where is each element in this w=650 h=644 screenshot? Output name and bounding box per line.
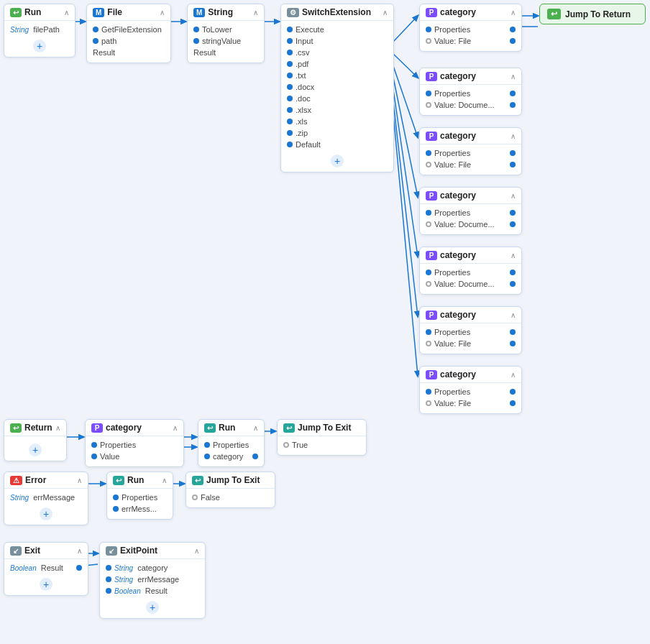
jump-exit2-node[interactable]: ↩ Jump To Exit False bbox=[186, 472, 275, 508]
error-header[interactable]: ⚠ Error ∧ bbox=[4, 472, 88, 489]
jump-exit1-header[interactable]: ↩ Jump To Exit bbox=[278, 420, 366, 436]
cat2-port-value-out bbox=[510, 102, 516, 108]
exit-point-errmsg-row: String errMessage bbox=[106, 574, 199, 585]
switch-port-input bbox=[287, 38, 293, 44]
error-input-row: String errMessage bbox=[10, 492, 82, 503]
run3-header[interactable]: ↩ Run ∧ bbox=[107, 472, 173, 489]
file-badge: M bbox=[93, 8, 104, 17]
file-body: GetFileExtension path Result bbox=[87, 21, 170, 63]
exit-node[interactable]: ↙ Exit ∧ Boolean Result + bbox=[4, 542, 88, 596]
exit-point-errmsg-label: errMessage bbox=[137, 575, 179, 584]
cat5-props-row: Properties bbox=[426, 267, 516, 278]
error-add-button[interactable]: + bbox=[40, 507, 52, 520]
category-return-node[interactable]: P category ∧ Properties Value bbox=[85, 419, 184, 467]
cat1-props-row: Properties bbox=[426, 24, 516, 35]
run2-badge: ↩ bbox=[204, 423, 216, 433]
switch-node-header[interactable]: ⚙ SwitchExtension ∧ bbox=[281, 4, 393, 21]
error-node[interactable]: ⚠ Error ∧ String errMessage + bbox=[4, 472, 88, 525]
cat6-port-out bbox=[510, 329, 516, 335]
switch-port-docx bbox=[287, 84, 293, 90]
switch-port-doc bbox=[287, 96, 293, 101]
cat-return-header[interactable]: P category ∧ bbox=[86, 420, 183, 436]
cat5-value-label: Value: Docume... bbox=[434, 280, 495, 288]
category5-header[interactable]: P category ∧ bbox=[420, 247, 521, 264]
return-node[interactable]: ↩ Return ∧ + bbox=[4, 419, 67, 461]
exit-badge: ↙ bbox=[10, 546, 22, 556]
category7-node[interactable]: P category ∧ Properties Value: File bbox=[419, 366, 522, 414]
run3-errmsg-label: errMess... bbox=[122, 505, 157, 513]
return-caret: ∧ bbox=[55, 424, 60, 432]
run-node[interactable]: ↩ Run ∧ String filePath + bbox=[4, 4, 75, 58]
category1-header[interactable]: P category ∧ bbox=[420, 4, 521, 21]
category6-header[interactable]: P category ∧ bbox=[420, 307, 521, 323]
cat2-value-row: Value: Docume... bbox=[426, 99, 516, 111]
jump-exit2-title: Jump To Exit bbox=[206, 475, 269, 485]
switch-node[interactable]: ⚙ SwitchExtension ∧ Execute Input .csv .… bbox=[280, 4, 394, 172]
run-add-button[interactable]: + bbox=[33, 40, 46, 52]
cat-return-title: category bbox=[106, 423, 170, 433]
jump-exit2-header[interactable]: ↩ Jump To Exit bbox=[186, 472, 275, 489]
string-value-label: stringValue bbox=[202, 37, 241, 45]
cat3-port-props bbox=[426, 150, 431, 156]
exit-header[interactable]: ↙ Exit ∧ bbox=[4, 543, 88, 559]
jump-exit1-node[interactable]: ↩ Jump To Exit True bbox=[277, 419, 367, 456]
return-header[interactable]: ↩ Return ∧ bbox=[4, 420, 66, 436]
jump-return-badge: ↩ bbox=[547, 9, 561, 19]
exit-point-node[interactable]: ↙ ExitPoint ∧ String category String err… bbox=[99, 542, 206, 619]
category2-node[interactable]: P category ∧ Properties Value: Docume... bbox=[419, 68, 522, 116]
string-result-row: Result bbox=[193, 47, 258, 58]
exit-point-add-button[interactable]: + bbox=[146, 601, 159, 614]
return-body: + bbox=[4, 436, 66, 461]
run3-node[interactable]: ↩ Run ∧ Properties errMess... bbox=[106, 472, 173, 520]
cat5-props-label: Properties bbox=[434, 268, 470, 277]
run-badge: ↩ bbox=[10, 8, 22, 17]
cat5-value-row: Value: Docume... bbox=[426, 278, 516, 290]
exit-point-result-row: Boolean Result bbox=[106, 585, 199, 597]
return-badge: ↩ bbox=[10, 423, 22, 433]
switch-port-xls bbox=[287, 119, 293, 124]
return-add-button[interactable]: + bbox=[29, 443, 42, 456]
file-node[interactable]: M File ∧ GetFileExtension path Result bbox=[86, 4, 171, 63]
file-node-header[interactable]: M File ∧ bbox=[87, 4, 170, 21]
cat2-title: category bbox=[440, 71, 508, 81]
switch-input-label: Input bbox=[296, 37, 313, 45]
file-path-row: path bbox=[93, 35, 165, 47]
switch-caret: ∧ bbox=[383, 9, 388, 17]
exit-point-header[interactable]: ↙ ExitPoint ∧ bbox=[100, 543, 205, 559]
category4-node[interactable]: P category ∧ Properties Value: Docume... bbox=[419, 187, 522, 235]
run2-header[interactable]: ↩ Run ∧ bbox=[198, 420, 264, 436]
cat3-value-label: Value: File bbox=[434, 160, 471, 169]
string-input-row: stringValue bbox=[193, 35, 258, 47]
cat4-value-label: Value: Docume... bbox=[434, 220, 495, 229]
switch-pdf-row: .pdf bbox=[287, 58, 388, 70]
string-node[interactable]: M String ∧ ToLower stringValue Result bbox=[187, 4, 265, 63]
category3-node[interactable]: P category ∧ Properties Value: File bbox=[419, 127, 522, 175]
run2-cat-label: category bbox=[213, 452, 243, 461]
cat2-port-props bbox=[426, 91, 431, 96]
category2-header[interactable]: P category ∧ bbox=[420, 68, 521, 85]
cat-return-props-row: Properties bbox=[91, 439, 178, 451]
cat1-port-value bbox=[426, 38, 431, 44]
switch-txt-row: .txt bbox=[287, 70, 388, 81]
jump-exit2-port-false bbox=[192, 494, 198, 500]
cat5-badge: P bbox=[426, 251, 437, 260]
cat7-body: Properties Value: File bbox=[420, 383, 521, 413]
category1-node[interactable]: P category ∧ Properties Value: File bbox=[419, 4, 522, 52]
cat-return-value-label: Value bbox=[100, 452, 119, 461]
jump-exit1-body: True bbox=[278, 436, 366, 455]
category5-node[interactable]: P category ∧ Properties Value: Docume... bbox=[419, 247, 522, 295]
run-node-header[interactable]: ↩ Run ∧ bbox=[4, 4, 75, 21]
cat2-port-value bbox=[426, 102, 431, 108]
string-node-header[interactable]: M String ∧ bbox=[188, 4, 264, 21]
category3-header[interactable]: P category ∧ bbox=[420, 128, 521, 144]
file-result-label: Result bbox=[93, 48, 115, 57]
jump-to-return-node[interactable]: ↩ Jump To Return bbox=[539, 4, 646, 24]
category6-node[interactable]: P category ∧ Properties Value: File bbox=[419, 306, 522, 354]
switch-add-button[interactable]: + bbox=[331, 155, 344, 167]
category7-header[interactable]: P category ∧ bbox=[420, 367, 521, 383]
cat4-port-out bbox=[510, 210, 516, 216]
category4-header[interactable]: P category ∧ bbox=[420, 188, 521, 204]
exit-add-button[interactable]: + bbox=[40, 578, 52, 591]
run2-node[interactable]: ↩ Run ∧ Properties category bbox=[198, 419, 265, 467]
switch-body: Execute Input .csv .pdf .txt .docx bbox=[281, 21, 393, 172]
